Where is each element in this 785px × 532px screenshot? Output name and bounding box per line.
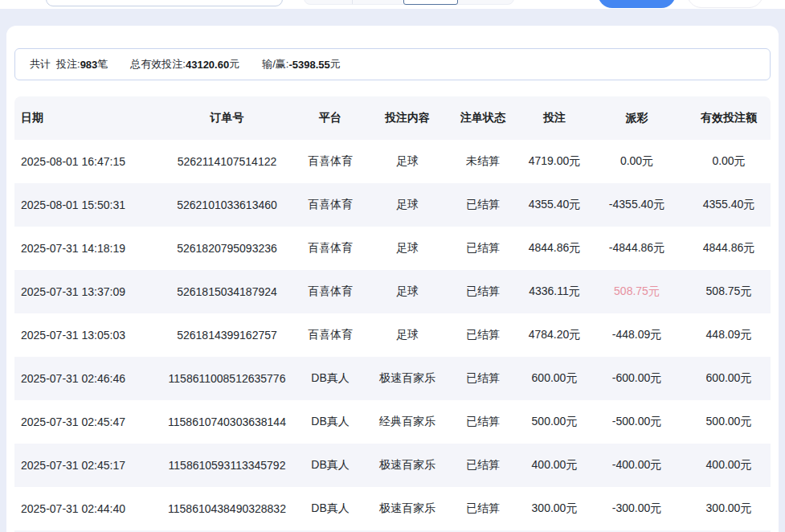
- cell-platform: 百喜体育: [289, 284, 371, 299]
- cell-order-no: 1158610593113345792: [165, 459, 289, 472]
- cell-bet-content: 极速百家乐: [371, 501, 444, 516]
- table-row: 2025-07-31 02:44:40 1158610438490328832 …: [14, 487, 771, 530]
- cell-bet-amount: 4784.20元: [522, 328, 587, 342]
- cell-valid-amount: 400.00元: [687, 458, 771, 473]
- cell-platform: DB真人: [289, 458, 371, 473]
- cell-payout: -4844.86元: [587, 241, 687, 256]
- bet-count-unit: 笔: [97, 57, 108, 72]
- table-row: 2025-08-01 16:47:15 5262114107514122 百喜体…: [14, 140, 771, 183]
- cell-order-no: 5262114107514122: [165, 155, 289, 168]
- summary-winloss: 输/赢:-5398.55元: [262, 57, 341, 72]
- cell-bet-amount: 4355.40元: [522, 198, 587, 212]
- cell-status: 已结算: [444, 198, 522, 212]
- valid-bet-value: 43120.60: [186, 59, 229, 71]
- table-row: 2025-07-31 14:18:19 5261820795093236 百喜体…: [14, 227, 771, 270]
- cell-bet-content: 足球: [371, 328, 444, 342]
- records-card: 共计 投注:983笔 总有效投注:43120.60元 输/赢:-5398.55元…: [6, 26, 779, 532]
- cell-bet-amount: 500.00元: [522, 415, 587, 429]
- cell-status: 未结算: [444, 154, 522, 169]
- summary-valid-bet: 总有效投注:43120.60元: [130, 57, 239, 72]
- cell-bet-content: 足球: [371, 154, 444, 169]
- cell-valid-amount: 448.09元: [687, 328, 771, 342]
- cell-date: 2025-07-31 14:18:19: [14, 242, 165, 255]
- cell-valid-amount: 508.75元: [687, 284, 771, 299]
- valid-bet-label: 总有效投注:: [130, 57, 186, 72]
- cell-valid-amount: 600.00元: [687, 371, 771, 386]
- segment-divider: [352, 0, 353, 4]
- summary-total-label: 共计: [30, 57, 51, 72]
- cell-bet-amount: 600.00元: [522, 371, 587, 386]
- cell-order-no: 5261815034187924: [165, 285, 289, 298]
- cell-date: 2025-07-31 13:05:03: [14, 329, 165, 342]
- cell-bet-amount: 4844.86元: [522, 241, 587, 256]
- cell-date: 2025-07-31 13:37:09: [14, 285, 165, 298]
- cell-order-no: 5262101033613460: [165, 198, 289, 211]
- cell-bet-content: 极速百家乐: [371, 458, 444, 473]
- top-toolbar: [0, 0, 785, 9]
- segmented-selected-option[interactable]: [403, 0, 458, 5]
- cell-date: 2025-08-01 15:50:31: [14, 198, 165, 211]
- bet-count-value: 983: [80, 59, 98, 71]
- cell-payout: -400.00元: [587, 458, 687, 473]
- cell-platform: DB真人: [289, 501, 371, 516]
- cell-order-no: 1158610740303638144: [165, 415, 289, 428]
- cell-platform: 百喜体育: [289, 198, 371, 212]
- cell-date: 2025-08-01 16:47:15: [14, 155, 165, 168]
- col-header-valid-amount: 有效投注额: [687, 111, 771, 125]
- cell-bet-content: 足球: [371, 241, 444, 256]
- cell-payout: -448.09元: [587, 328, 687, 342]
- winloss-unit: 元: [330, 57, 341, 72]
- cell-order-no: 5261814399162757: [165, 329, 289, 342]
- winloss-value: -5398.55: [288, 59, 329, 71]
- cell-date: 2025-07-31 02:45:17: [14, 459, 165, 472]
- col-header-order-no: 订单号: [165, 111, 289, 125]
- valid-bet-unit: 元: [229, 57, 239, 72]
- cell-platform: 百喜体育: [289, 154, 371, 169]
- cell-platform: 百喜体育: [289, 328, 371, 342]
- cell-valid-amount: 300.00元: [687, 501, 771, 516]
- cell-status: 已结算: [444, 501, 522, 516]
- date-range-segmented-control[interactable]: [304, 0, 514, 5]
- cell-date: 2025-07-31 02:44:40: [14, 502, 165, 515]
- cell-valid-amount: 4355.40元: [687, 198, 771, 212]
- col-header-payout: 派彩: [587, 111, 687, 125]
- cell-platform: DB真人: [289, 415, 371, 429]
- cell-status: 已结算: [444, 241, 522, 256]
- reset-button[interactable]: [687, 0, 763, 8]
- cell-valid-amount: 500.00元: [687, 415, 771, 429]
- cell-date: 2025-07-31 02:46:46: [14, 372, 165, 385]
- cell-status: 已结算: [444, 284, 522, 299]
- bet-records-table: 日期 订单号 平台 投注内容 注单状态 投注 派彩 有效投注额 2025-08-…: [6, 96, 779, 532]
- cell-payout: -300.00元: [587, 501, 687, 516]
- cell-bet-content: 经典百家乐: [371, 415, 444, 429]
- cell-status: 已结算: [444, 458, 522, 473]
- bet-count-label: 投注:: [56, 57, 80, 72]
- cell-payout: 508.75元: [587, 284, 687, 299]
- cell-status: 已结算: [444, 371, 522, 386]
- cell-payout: -600.00元: [587, 371, 687, 386]
- cell-bet-amount: 400.00元: [522, 458, 587, 473]
- search-submit-button[interactable]: [598, 0, 676, 8]
- cell-bet-amount: 300.00元: [522, 501, 587, 516]
- col-header-platform: 平台: [289, 111, 371, 125]
- table-header-row: 日期 订单号 平台 投注内容 注单状态 投注 派彩 有效投注额: [14, 96, 771, 140]
- cell-status: 已结算: [444, 415, 522, 429]
- cell-valid-amount: 0.00元: [687, 154, 771, 169]
- cell-status: 已结算: [444, 328, 522, 342]
- cell-payout: -4355.40元: [587, 198, 687, 212]
- col-header-date: 日期: [14, 111, 165, 125]
- summary-bar: 共计 投注:983笔 总有效投注:43120.60元 输/赢:-5398.55元: [14, 48, 771, 80]
- cell-date: 2025-07-31 02:45:47: [14, 415, 165, 428]
- search-input[interactable]: [46, 0, 283, 6]
- col-header-bet-content: 投注内容: [371, 111, 444, 125]
- cell-platform: DB真人: [289, 371, 371, 386]
- summary-bet-count: 投注:983笔: [56, 57, 108, 72]
- table-row: 2025-07-31 13:05:03 5261814399162757 百喜体…: [14, 313, 771, 357]
- cell-bet-content: 足球: [371, 284, 444, 299]
- table-row: 2025-07-31 13:37:09 5261815034187924 百喜体…: [14, 270, 771, 313]
- table-row: 2025-07-31 02:46:46 1158611008512635776 …: [14, 357, 771, 400]
- table-row: 2025-08-01 15:50:31 5262101033613460 百喜体…: [14, 183, 771, 227]
- cell-bet-amount: 4719.00元: [522, 154, 587, 169]
- cell-bet-amount: 4336.11元: [522, 284, 587, 299]
- cell-payout: 0.00元: [587, 154, 687, 169]
